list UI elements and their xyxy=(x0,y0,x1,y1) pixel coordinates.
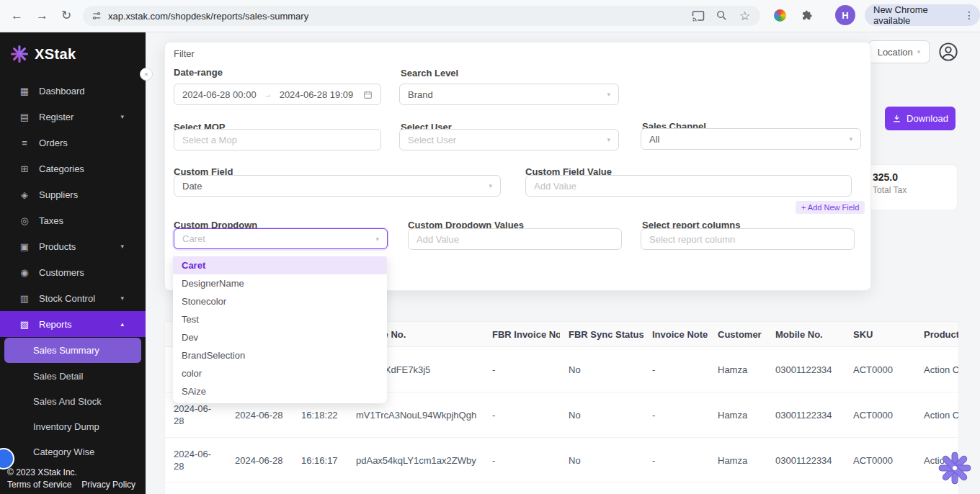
dropdown-option-caret[interactable]: Caret xyxy=(173,256,387,274)
add-new-field-button[interactable]: + Add New Field xyxy=(796,201,865,214)
column-header: Mobile No. xyxy=(767,322,845,347)
custom-field-value-input[interactable] xyxy=(525,175,852,197)
terms-link[interactable]: Terms of Service xyxy=(7,479,71,491)
bookmark-star-icon[interactable]: ☆ xyxy=(739,9,750,24)
sidebar-item-register[interactable]: ▤Register▾ xyxy=(0,104,146,130)
suppliers-icon: ◈ xyxy=(19,189,30,200)
sidebar-collapse-button[interactable]: « xyxy=(140,68,153,81)
sidebar-item-categories[interactable]: ⊞Categories xyxy=(0,156,146,181)
sidebar-item-label: Customers xyxy=(39,267,84,278)
dropdown-option-designername[interactable]: DesignerName xyxy=(173,274,387,292)
register-icon: ▤ xyxy=(19,112,30,122)
download-button[interactable]: Download xyxy=(885,107,956,130)
sidebar-subitem-sales-summary[interactable]: Sales Summary xyxy=(4,338,141,363)
custom-dropdown-select[interactable]: Caret ▾ xyxy=(174,228,388,249)
location-label: Location xyxy=(878,47,913,58)
download-icon xyxy=(892,114,901,123)
forward-icon[interactable]: → xyxy=(36,8,48,24)
browser-profile-avatar[interactable]: H xyxy=(835,5,855,25)
support-widget-flower-icon[interactable] xyxy=(937,451,972,485)
sidebar-item-products[interactable]: ▣Products▾ xyxy=(0,233,146,259)
custom-field-select[interactable]: Date ▾ xyxy=(174,175,501,197)
dropdown-option-color[interactable]: color xyxy=(173,364,387,382)
dropdown-option-dev[interactable]: Dev xyxy=(173,328,387,346)
logo[interactable]: XStak xyxy=(0,32,146,72)
extensions-puzzle-icon[interactable] xyxy=(801,9,814,25)
select-mop-input[interactable] xyxy=(174,129,381,151)
table-row: 2024-06-282024-06-2816:16:17pdAax54kqLY1… xyxy=(165,438,959,483)
table-cell: 03001122334 xyxy=(767,392,845,438)
sidebar-item-label: Reports xyxy=(39,319,72,330)
browser-toolbar: ← → ↻ xap.xstak.com/shopdesk/reports/sal… xyxy=(0,0,980,32)
table-cell: - xyxy=(484,392,560,438)
search-level-value: Brand xyxy=(408,89,433,100)
date-range-picker[interactable]: 2024-06-28 00:00 → 2024-06-28 19:09 xyxy=(174,84,381,105)
chevron-down-icon: ▾ xyxy=(375,235,379,243)
sidebar-subitem-sales-and-stock[interactable]: Sales And Stock xyxy=(0,389,146,414)
date-range-start: 2024-06-28 00:00 xyxy=(182,89,257,100)
column-header: Product Name xyxy=(915,322,959,347)
calendar-icon xyxy=(363,90,373,99)
chevron-down-icon: ▾ xyxy=(120,113,124,120)
column-header: Customer xyxy=(709,322,767,347)
sidebar-item-dashboard[interactable]: ▦Dashboard xyxy=(0,78,146,104)
download-label: Download xyxy=(906,113,948,124)
sidebar-item-taxes[interactable]: ◎Taxes xyxy=(0,207,146,233)
custom-dropdown-value: Caret xyxy=(182,233,205,244)
sidebar-item-label: Categories xyxy=(39,163,84,174)
search-level-select[interactable]: Brand ▾ xyxy=(399,84,619,105)
sidebar-item-label: Register xyxy=(39,112,74,122)
sidebar-subitem-sales-detail[interactable]: Sales Detail xyxy=(0,364,146,389)
table-cell: 03001122334 xyxy=(767,438,845,483)
table-cell: Hamza xyxy=(709,392,767,438)
dropdown-option-test[interactable]: Test xyxy=(173,310,387,328)
sales-channel-value: All xyxy=(649,134,659,145)
sidebar-item-reports[interactable]: ▨Reports▴ xyxy=(0,311,146,337)
sidebar-item-label: Stock Control xyxy=(39,293,95,304)
date-range-label: Date-range xyxy=(174,67,223,78)
sidebar-subitem-inventory-dump[interactable]: Inventory Dump xyxy=(0,414,146,439)
sidebar-subitem-category-wise[interactable]: Category Wise xyxy=(0,439,146,464)
sidebar-item-orders[interactable]: ≡Orders xyxy=(0,130,146,156)
table-cell: 2024-06-28 xyxy=(226,438,293,483)
back-icon[interactable]: ← xyxy=(11,8,23,24)
chevron-down-icon: ▾ xyxy=(917,48,921,55)
url-bar[interactable]: xap.xstak.com/shopdesk/reports/sales-sum… xyxy=(83,6,760,26)
sidebar-menu: ▦Dashboard▤Register▾≡Orders⊞Categories◈S… xyxy=(0,78,146,464)
url-text: xap.xstak.com/shopdesk/reports/sales-sum… xyxy=(108,11,308,22)
orders-icon: ≡ xyxy=(19,138,30,148)
extension-color-icon[interactable] xyxy=(774,9,786,22)
chevron-down-icon: ▾ xyxy=(120,295,124,302)
table-cell: No xyxy=(560,347,643,392)
site-settings-icon[interactable] xyxy=(92,11,102,21)
privacy-link[interactable]: Privacy Policy xyxy=(81,479,135,491)
browser-menu-icon[interactable]: ⋮ xyxy=(964,9,974,21)
dropdown-option-saize[interactable]: SAize xyxy=(173,382,387,400)
table-cell: ACT0000 xyxy=(845,392,915,438)
custom-dropdown-values-input[interactable] xyxy=(408,228,622,250)
sales-channel-select[interactable]: All ▾ xyxy=(641,128,861,150)
chevron-up-icon: ▴ xyxy=(120,320,124,328)
copyright-text: © 2023 XStak Inc. xyxy=(7,467,146,479)
table-cell: 16:16:17 xyxy=(293,438,347,483)
sidebar-item-label: Suppliers xyxy=(39,189,78,200)
chrome-update-chip[interactable]: New Chrome available ⋮ xyxy=(865,4,980,26)
sidebar-item-stock-control[interactable]: ▥Stock Control▾ xyxy=(0,285,146,311)
select-user-select[interactable]: Select User ▾ xyxy=(399,129,619,151)
sidebar-item-suppliers[interactable]: ◈Suppliers xyxy=(0,181,146,207)
xstak-logo-icon xyxy=(10,45,29,63)
report-columns-input[interactable] xyxy=(641,228,855,250)
cast-icon[interactable] xyxy=(692,9,705,25)
table-cell: ACT0000 xyxy=(845,438,915,483)
zoom-icon[interactable] xyxy=(716,9,728,24)
user-avatar[interactable] xyxy=(938,42,958,62)
dropdown-option-stonecolor[interactable]: Stonecolor xyxy=(173,292,387,310)
sidebar-item-label: Products xyxy=(39,241,76,252)
reload-icon[interactable]: ↻ xyxy=(61,8,71,24)
chevron-down-icon: ▾ xyxy=(607,136,610,143)
location-dropdown[interactable]: Location ▾ xyxy=(868,40,930,63)
sidebar-item-customers[interactable]: ◉Customers xyxy=(0,259,146,285)
column-header: FBR Invoice No xyxy=(484,322,560,347)
dropdown-option-brandselection[interactable]: BrandSelection xyxy=(173,346,387,364)
search-level-label: Search Level xyxy=(401,68,458,78)
